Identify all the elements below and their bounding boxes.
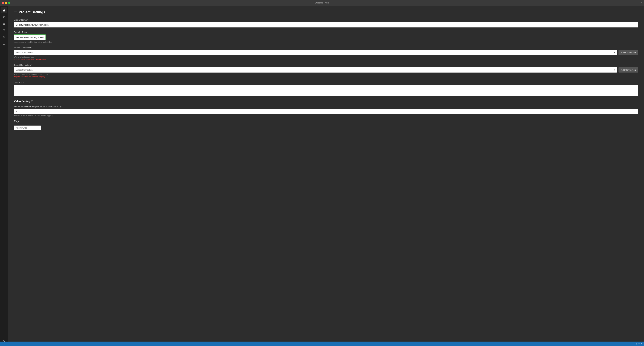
security-token-group: Security Token Generate New Security Tok… xyxy=(14,31,638,43)
target-connection-add-button[interactable]: Add Connection xyxy=(618,67,638,73)
help-icon[interactable]: ? xyxy=(640,2,642,4)
hamburger-menu-icon[interactable] xyxy=(14,11,17,13)
source-connection-select[interactable]: Select Connection xyxy=(14,50,617,55)
display-name-group: Display Name* xyxy=(14,19,638,28)
description-textarea[interactable] xyxy=(14,85,638,96)
frame-rate-group: Frame Extraction Rate (frames per a vide… xyxy=(14,105,638,117)
description-label: Description xyxy=(14,81,638,83)
frame-rate-hint: The rate at which frames are extracted f… xyxy=(14,115,638,117)
svg-rect-5 xyxy=(3,24,5,25)
app-layout: Project Settings Display Name* Security … xyxy=(0,6,644,346)
svg-rect-2 xyxy=(3,18,4,18)
sidebar-item-edit[interactable] xyxy=(1,27,7,33)
target-connection-error: Target Connection is a required property xyxy=(14,76,638,78)
security-token-hint: Used to encrypt sensitive data within pr… xyxy=(14,41,638,43)
svg-rect-1 xyxy=(3,17,4,17)
sidebar-item-list[interactable] xyxy=(1,21,7,27)
display-name-input[interactable] xyxy=(14,22,638,28)
source-connection-add-button[interactable]: Add Connection xyxy=(618,50,638,55)
source-connection-label: Source Connection* xyxy=(14,47,638,49)
target-connection-row: Select Connection Add Connection xyxy=(14,67,638,73)
frame-rate-label: Frame Extraction Rate (frames per a vide… xyxy=(14,105,638,108)
display-name-label: Display Name* xyxy=(14,19,638,21)
window-title: Welcome - VoTT xyxy=(315,2,329,4)
main-content: Project Settings Display Name* Security … xyxy=(8,6,644,346)
tags-section: Tags xyxy=(14,120,638,130)
sidebar-item-home[interactable] xyxy=(1,7,7,13)
page-title: Project Settings xyxy=(19,10,45,14)
target-connection-hint: Where to save the project and exported d… xyxy=(14,73,638,75)
sidebar-item-export[interactable] xyxy=(1,41,7,47)
frame-rate-input[interactable] xyxy=(14,109,638,114)
tags-input[interactable] xyxy=(14,125,41,130)
description-group: Description xyxy=(14,81,638,96)
sidebar xyxy=(0,6,8,346)
page-header: Project Settings xyxy=(14,10,638,14)
source-connection-error: Source Connection is a required property xyxy=(14,58,638,60)
security-token-select[interactable]: Generate New Security Token xyxy=(14,35,46,40)
svg-rect-4 xyxy=(3,24,5,24)
bottom-bar: ⊞ 2.2.0 xyxy=(0,341,644,346)
close-button[interactable] xyxy=(2,2,4,4)
version-text: ⊞ 2.2.0 xyxy=(636,343,642,345)
video-settings-section: Video Settings* Frame Extraction Rate (f… xyxy=(14,100,638,117)
sidebar-item-layers[interactable] xyxy=(1,34,7,40)
svg-point-7 xyxy=(4,341,4,341)
maximize-button[interactable] xyxy=(8,2,10,4)
window-controls xyxy=(2,2,10,4)
minimize-button[interactable] xyxy=(5,2,7,4)
target-connection-group: Target Connection* Select Connection Add… xyxy=(14,64,638,78)
target-connection-label: Target Connection* xyxy=(14,64,638,66)
sidebar-item-tags[interactable] xyxy=(1,14,7,20)
target-connection-select[interactable]: Select Connection xyxy=(14,67,617,73)
security-token-label: Security Token xyxy=(14,31,638,33)
titlebar: Welcome - VoTT ? xyxy=(0,0,644,6)
source-connection-row: Select Connection Add Connection xyxy=(14,50,638,55)
tags-title: Tags xyxy=(14,120,638,123)
source-connection-group: Source Connection* Select Connection Add… xyxy=(14,47,638,60)
svg-rect-0 xyxy=(3,16,5,17)
svg-rect-3 xyxy=(3,23,5,23)
video-settings-title: Video Settings* xyxy=(14,100,638,103)
source-connection-hint: Where to load assets from xyxy=(14,56,638,58)
